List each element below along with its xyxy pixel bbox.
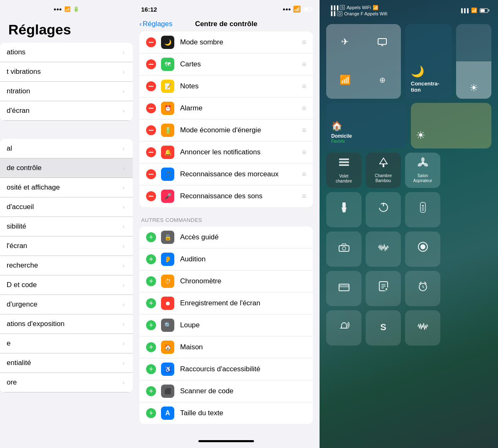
note-add-icon bbox=[378, 281, 388, 295]
control-item-morceaux[interactable]: 🎵 Reconnaissance des morceaux ≡ bbox=[139, 163, 313, 185]
concentration-tile[interactable]: 🌙 Concentra-tion bbox=[405, 24, 452, 99]
airplay-tile[interactable] bbox=[364, 24, 401, 61]
airplane-mode-tile[interactable]: ✈ bbox=[326, 24, 364, 61]
control-item-audition[interactable]: 👂 Audition bbox=[139, 248, 313, 270]
remove-button[interactable] bbox=[146, 37, 156, 47]
chevron-icon: › bbox=[122, 165, 124, 171]
wallet-tile[interactable] bbox=[326, 271, 361, 306]
settings-list: ations › t vibrations › ntration › d'écr… bbox=[0, 43, 133, 448]
flashlight-tile[interactable] bbox=[326, 192, 361, 227]
flashlight-icon bbox=[340, 202, 348, 216]
wifi-tile[interactable]: 📶 bbox=[326, 61, 364, 99]
remove-button[interactable] bbox=[146, 59, 156, 69]
remove-button[interactable] bbox=[146, 125, 156, 135]
settings-item[interactable]: D et code › bbox=[0, 275, 133, 295]
add-button[interactable] bbox=[146, 320, 156, 330]
control-item-scanner[interactable]: ⬛ Scanner de code bbox=[139, 380, 313, 402]
settings-panel: ●●● 📶 🔋 Réglages ations › t vibrations ›… bbox=[0, 0, 133, 448]
record-tile[interactable] bbox=[405, 231, 440, 267]
add-button[interactable] bbox=[146, 298, 156, 308]
control-item-maison[interactable]: 🏠 Maison bbox=[139, 336, 313, 358]
remove-button[interactable] bbox=[146, 147, 156, 157]
chevron-icon: › bbox=[122, 88, 124, 95]
settings-item[interactable]: d'accueil › bbox=[0, 197, 133, 217]
settings-item-active[interactable]: de contrôle › bbox=[0, 158, 133, 178]
settings-item[interactable]: ore › bbox=[0, 373, 133, 392]
network-tile[interactable]: ✈ 📶 ⊕ bbox=[326, 24, 401, 99]
sound-rec-tile[interactable] bbox=[405, 310, 440, 346]
add-button[interactable] bbox=[146, 364, 156, 374]
settings-item[interactable]: d'écran › bbox=[0, 101, 133, 121]
remove-button[interactable] bbox=[146, 103, 156, 113]
settings-item[interactable]: sibilité › bbox=[0, 217, 133, 236]
add-button[interactable] bbox=[146, 386, 156, 396]
chambre-bambou-tile[interactable]: ChambreBambou bbox=[366, 153, 401, 188]
settings-item[interactable]: t vibrations › bbox=[0, 62, 133, 82]
lamp-icon bbox=[379, 157, 388, 172]
chevron-icon: › bbox=[122, 282, 124, 288]
add-button[interactable] bbox=[146, 254, 156, 264]
brightness-tile[interactable]: ☀ bbox=[456, 24, 491, 99]
add-button[interactable] bbox=[146, 232, 156, 242]
back-button[interactable]: ‹ Réglages bbox=[139, 20, 173, 28]
drag-handle-icon[interactable]: ≡ bbox=[302, 60, 306, 69]
fan-icon bbox=[417, 157, 429, 172]
control-item-raccourcis[interactable]: ♿ Raccourcis d'accessibilité bbox=[139, 358, 313, 380]
control-item-acces-guide[interactable]: 🔒 Accès guidé bbox=[139, 226, 313, 248]
settings-item[interactable]: osité et affichage › bbox=[0, 178, 133, 197]
settings-item[interactable]: l'écran › bbox=[0, 236, 133, 256]
add-button[interactable] bbox=[146, 276, 156, 286]
drag-handle-icon[interactable]: ≡ bbox=[302, 170, 306, 179]
settings-item[interactable]: ations › bbox=[0, 43, 133, 62]
shazam-tile[interactable]: S bbox=[366, 310, 401, 346]
app-icon-mode-sombre: 🌙 bbox=[161, 36, 174, 49]
drag-handle-icon[interactable]: ≡ bbox=[302, 38, 306, 47]
control-item-cartes[interactable]: 🗺 Cartes ≡ bbox=[139, 54, 313, 75]
settings-item[interactable]: entialité › bbox=[0, 353, 133, 373]
drag-handle-icon[interactable]: ≡ bbox=[302, 192, 306, 201]
drag-handle-icon[interactable]: ≡ bbox=[302, 104, 306, 113]
control-item-annoncer[interactable]: 🔔 Annoncer les notifications ≡ bbox=[139, 141, 313, 163]
control-item-enregistrement[interactable]: ⏺ Enregistrement de l'écran bbox=[139, 292, 313, 314]
settings-item[interactable]: al › bbox=[0, 139, 133, 158]
settings-item[interactable]: recherche › bbox=[0, 256, 133, 275]
remove-button[interactable] bbox=[146, 81, 156, 91]
camera-tile[interactable] bbox=[326, 231, 361, 267]
sound-waveform-icon bbox=[417, 321, 429, 334]
drag-handle-icon[interactable]: ≡ bbox=[302, 148, 306, 157]
domicile-tile[interactable]: 🏠 Domicile Favoris bbox=[326, 103, 407, 149]
control-item-taille[interactable]: A Taille du texte bbox=[139, 402, 313, 424]
settings-item[interactable]: ations d'exposition › bbox=[0, 314, 133, 334]
control-item-mode-sombre[interactable]: 🌙 Mode sombre ≡ bbox=[139, 32, 313, 54]
salon-aspirateur-tile[interactable]: SalonAspirateur bbox=[405, 153, 440, 188]
chevron-icon: › bbox=[122, 204, 124, 210]
chevron-icon: › bbox=[122, 340, 124, 347]
settings-item[interactable]: ntration › bbox=[0, 82, 133, 101]
add-button[interactable] bbox=[146, 408, 156, 418]
drag-handle-icon[interactable]: ≡ bbox=[302, 126, 306, 135]
bluetooth-tile[interactable]: ⊕ bbox=[364, 61, 401, 99]
standby-tile[interactable] bbox=[366, 192, 401, 227]
remove-button[interactable] bbox=[146, 191, 156, 201]
add-button[interactable] bbox=[146, 342, 156, 352]
announce-notifications-tile[interactable] bbox=[326, 310, 361, 346]
control-item-alarme[interactable]: ⏰ Alarme ≡ bbox=[139, 97, 313, 119]
control-item-chronometre[interactable]: ⏱ Chronomètre bbox=[139, 270, 313, 292]
sound-recognition-tile[interactable] bbox=[366, 231, 401, 267]
control-item-economie[interactable]: 🔋 Mode économie d'énergie ≡ bbox=[139, 119, 313, 141]
drag-handle-icon[interactable]: ≡ bbox=[302, 82, 306, 91]
sun-icon: ☀ bbox=[416, 129, 425, 142]
brightness-large-tile[interactable]: ☀ bbox=[411, 103, 491, 149]
remove-button[interactable] bbox=[146, 169, 156, 179]
control-item-sons[interactable]: 🎤 Reconnaissance des sons ≡ bbox=[139, 185, 313, 207]
remote-tile[interactable] bbox=[405, 192, 440, 227]
chevron-icon: › bbox=[122, 243, 124, 249]
notes-quick-tile[interactable] bbox=[366, 271, 401, 306]
control-item-loupe[interactable]: 🔍 Loupe bbox=[139, 314, 313, 336]
shazam-icon: S bbox=[380, 322, 386, 333]
volet-chambre-tile[interactable]: Voletchambre bbox=[326, 153, 361, 188]
settings-item[interactable]: e › bbox=[0, 334, 133, 353]
control-item-notes[interactable]: 📝 Notes ≡ bbox=[139, 75, 313, 97]
alarm-tile[interactable] bbox=[405, 271, 440, 306]
settings-item[interactable]: d'urgence › bbox=[0, 295, 133, 314]
